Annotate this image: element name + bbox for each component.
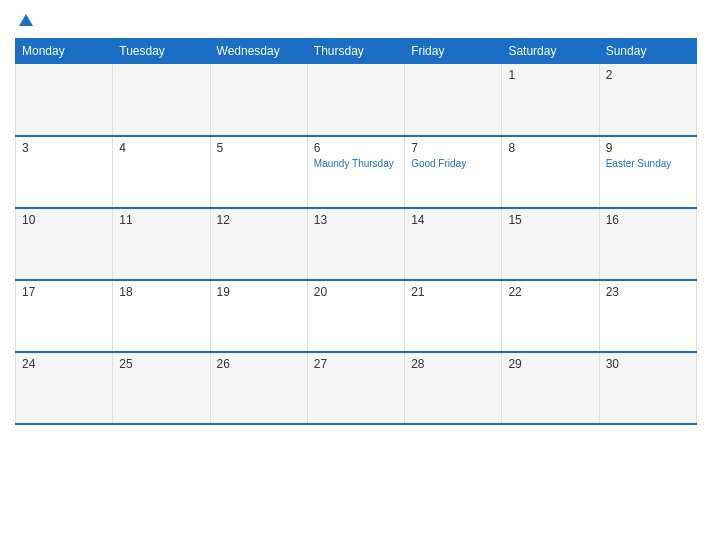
calendar-day-cell: 7Good Friday	[405, 136, 502, 208]
calendar-day-cell: 4	[113, 136, 210, 208]
calendar-day-cell: 1	[502, 64, 599, 136]
day-number: 28	[411, 357, 495, 371]
day-number: 23	[606, 285, 690, 299]
day-number: 7	[411, 141, 495, 155]
day-of-week-header: Wednesday	[210, 39, 307, 64]
calendar-day-cell: 12	[210, 208, 307, 280]
calendar-day-cell: 14	[405, 208, 502, 280]
calendar-day-cell	[210, 64, 307, 136]
calendar-day-cell: 10	[16, 208, 113, 280]
calendar-day-cell: 16	[599, 208, 696, 280]
day-of-week-header: Monday	[16, 39, 113, 64]
day-number: 14	[411, 213, 495, 227]
calendar-day-cell	[16, 64, 113, 136]
calendar-event: Good Friday	[411, 157, 495, 170]
day-number: 9	[606, 141, 690, 155]
calendar-day-cell: 19	[210, 280, 307, 352]
calendar-day-cell: 25	[113, 352, 210, 424]
calendar-week-row: 3456Maundy Thursday7Good Friday89Easter …	[16, 136, 697, 208]
calendar-header-row: MondayTuesdayWednesdayThursdayFridaySatu…	[16, 39, 697, 64]
calendar-day-cell: 24	[16, 352, 113, 424]
calendar-table: MondayTuesdayWednesdayThursdayFridaySatu…	[15, 38, 697, 425]
calendar-day-cell: 26	[210, 352, 307, 424]
day-number: 29	[508, 357, 592, 371]
day-of-week-header: Saturday	[502, 39, 599, 64]
day-number: 3	[22, 141, 106, 155]
day-number: 5	[217, 141, 301, 155]
calendar-week-row: 12	[16, 64, 697, 136]
calendar-day-cell: 17	[16, 280, 113, 352]
calendar-day-cell: 29	[502, 352, 599, 424]
calendar-day-cell: 15	[502, 208, 599, 280]
day-number: 24	[22, 357, 106, 371]
calendar-day-cell: 18	[113, 280, 210, 352]
calendar-day-cell: 5	[210, 136, 307, 208]
calendar-day-cell: 11	[113, 208, 210, 280]
day-number: 20	[314, 285, 398, 299]
day-number: 15	[508, 213, 592, 227]
day-number: 17	[22, 285, 106, 299]
day-of-week-header: Friday	[405, 39, 502, 64]
page: MondayTuesdayWednesdayThursdayFridaySatu…	[0, 0, 712, 550]
day-number: 16	[606, 213, 690, 227]
day-number: 22	[508, 285, 592, 299]
calendar-event: Maundy Thursday	[314, 157, 398, 170]
day-number: 6	[314, 141, 398, 155]
calendar-day-cell: 28	[405, 352, 502, 424]
calendar-day-cell: 8	[502, 136, 599, 208]
day-number: 21	[411, 285, 495, 299]
day-number: 30	[606, 357, 690, 371]
calendar-day-cell: 30	[599, 352, 696, 424]
header	[15, 10, 697, 30]
day-of-week-header: Tuesday	[113, 39, 210, 64]
day-number: 11	[119, 213, 203, 227]
calendar-day-cell: 9Easter Sunday	[599, 136, 696, 208]
day-number: 13	[314, 213, 398, 227]
calendar-day-cell	[113, 64, 210, 136]
day-of-week-header: Thursday	[307, 39, 404, 64]
calendar-day-cell: 20	[307, 280, 404, 352]
day-number: 4	[119, 141, 203, 155]
day-number: 26	[217, 357, 301, 371]
day-number: 27	[314, 357, 398, 371]
day-number: 18	[119, 285, 203, 299]
calendar-day-cell: 22	[502, 280, 599, 352]
logo	[15, 14, 37, 26]
logo-triangle-icon	[19, 14, 33, 26]
calendar-week-row: 10111213141516	[16, 208, 697, 280]
day-number: 25	[119, 357, 203, 371]
day-number: 10	[22, 213, 106, 227]
calendar-day-cell: 23	[599, 280, 696, 352]
day-number: 2	[606, 68, 690, 82]
day-number: 8	[508, 141, 592, 155]
day-number: 1	[508, 68, 592, 82]
calendar-day-cell: 3	[16, 136, 113, 208]
day-number: 19	[217, 285, 301, 299]
day-of-week-header: Sunday	[599, 39, 696, 64]
calendar-day-cell: 2	[599, 64, 696, 136]
calendar-day-cell: 21	[405, 280, 502, 352]
calendar-week-row: 24252627282930	[16, 352, 697, 424]
calendar-day-cell: 27	[307, 352, 404, 424]
calendar-week-row: 17181920212223	[16, 280, 697, 352]
calendar-event: Easter Sunday	[606, 157, 690, 170]
calendar-day-cell	[405, 64, 502, 136]
calendar-day-cell	[307, 64, 404, 136]
calendar-day-cell: 13	[307, 208, 404, 280]
day-number: 12	[217, 213, 301, 227]
calendar-day-cell: 6Maundy Thursday	[307, 136, 404, 208]
